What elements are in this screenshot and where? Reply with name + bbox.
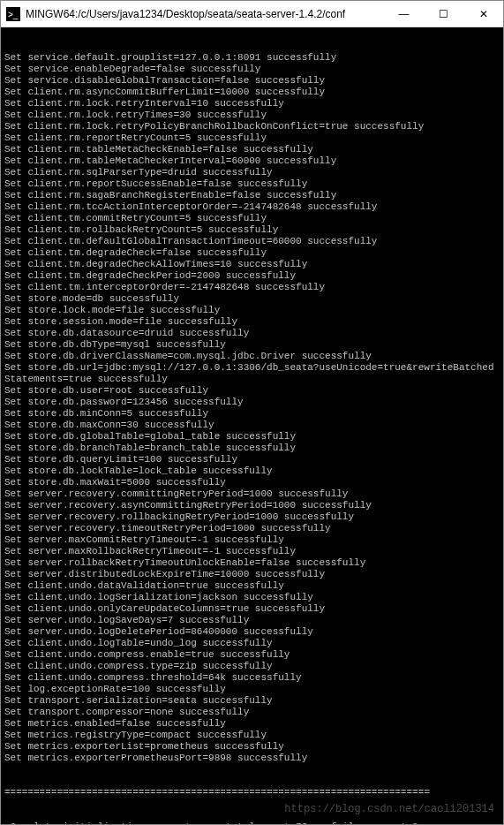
output-line: Set client.rm.tableMetaCheckEnable=false… [4, 144, 500, 155]
separator-line: ========================================… [4, 787, 500, 799]
minimize-button[interactable]: — [384, 1, 424, 27]
output-line: Set server.recovery.asynCommittingRetryP… [4, 500, 500, 511]
output-line: Set client.rm.lock.retryInterval=10 succ… [4, 98, 500, 110]
output-line: Set store.db.maxConn=30 successfully [4, 420, 500, 431]
summary-line: Complete initialization parameters, tota… [4, 821, 500, 824]
output-line: Set store.db.minConn=5 successfully [4, 408, 500, 420]
output-line: Set client.rm.tccActionInterceptorOrder=… [4, 201, 500, 213]
output-line: Set client.undo.logTable=undo_log succes… [4, 638, 500, 649]
output-line: Set server.undo.logDeletePeriod=86400000… [4, 626, 500, 638]
output-line: Set store.db.globalTable=global_table su… [4, 431, 500, 443]
output-line: Set client.undo.compress.enable=true suc… [4, 649, 500, 661]
maximize-button[interactable]: ☐ [424, 1, 463, 27]
output-line: Set store.db.url=jdbc:mysql://127.0.0.1:… [4, 362, 500, 385]
output-line: Set store.lock.mode=file successfully [4, 305, 500, 316]
output-line: Set store.db.queryLimit=100 successfully [4, 454, 500, 465]
terminal-output[interactable]: Set service.default.grouplist=127.0.0.1:… [1, 27, 503, 824]
output-line: Set transport.compressor=none successful… [4, 707, 500, 718]
terminal-window: >_ MINGW64:/c/Users/java1234/Desktop/sea… [0, 0, 504, 825]
output-line: Set client.tm.degradeCheckPeriod=2000 su… [4, 270, 500, 282]
output-line: Set service.default.grouplist=127.0.0.1:… [4, 52, 500, 64]
output-line: Set server.rollbackRetryTimeoutUnlockEna… [4, 557, 500, 569]
output-line: Set metrics.exporterList=prometheus succ… [4, 741, 500, 753]
output-line: Set client.undo.compress.type=zip succes… [4, 661, 500, 672]
output-line: Set client.rm.sqlParserType=druid succes… [4, 167, 500, 178]
output-line: Set store.session.mode=file successfully [4, 316, 500, 328]
output-line: Set client.undo.onlyCareUpdateColumns=tr… [4, 603, 500, 615]
output-line: Set client.undo.compress.threshold=64k s… [4, 672, 500, 684]
output-line: Set store.db.maxWait=5000 successfully [4, 477, 500, 488]
window-controls: — ☐ ✕ [384, 1, 503, 27]
output-line: Set store.db.dbType=mysql successfully [4, 339, 500, 351]
output-line: Set store.db.driverClassName=com.mysql.j… [4, 351, 500, 362]
output-line: Set store.mode=db successfully [4, 293, 500, 305]
output-line: Set metrics.exporterPrometheusPort=9898 … [4, 753, 500, 764]
output-line: Set client.rm.tableMetaCheckerInterval=6… [4, 155, 500, 167]
output-line: Set store.db.lockTable=lock_table succes… [4, 465, 500, 477]
output-line: Set client.undo.logSerialization=jackson… [4, 592, 500, 603]
output-line: Set store.db.user=root successfully [4, 385, 500, 397]
output-lines: Set service.default.grouplist=127.0.0.1:… [4, 52, 500, 764]
output-line: Set store.db.password=123456 successfull… [4, 397, 500, 408]
output-line: Set client.tm.degradeCheck=false success… [4, 247, 500, 259]
watermark: https://blog.csdn.net/caoli201314 [284, 804, 494, 815]
output-line: Set client.tm.defaultGlobalTransactionTi… [4, 236, 500, 247]
output-line: Set store.db.branchTable=branch_table su… [4, 443, 500, 454]
titlebar[interactable]: >_ MINGW64:/c/Users/java1234/Desktop/sea… [1, 1, 503, 27]
output-line: Set server.maxRollbackRetryTimeout=-1 su… [4, 546, 500, 557]
window-title: MINGW64:/c/Users/java1234/Desktop/seata/… [26, 8, 384, 20]
output-line: Set client.tm.interceptorOrder=-21474826… [4, 282, 500, 293]
output-line: Set client.rm.reportRetryCount=5 success… [4, 132, 500, 144]
output-line: Set client.rm.sagaBranchRegisterEnable=f… [4, 190, 500, 201]
output-line: Set server.recovery.rollbackingRetryPeri… [4, 511, 500, 523]
output-line: Set store.db.datasource=druid successful… [4, 328, 500, 339]
output-line: Set service.disableGlobalTransaction=fal… [4, 75, 500, 87]
output-line: Set client.rm.reportSuccessEnable=false … [4, 178, 500, 190]
output-line: Set metrics.registryType=compact success… [4, 730, 500, 741]
output-line: Set server.distributedLockExpireTime=100… [4, 569, 500, 580]
output-line: Set client.tm.rollbackRetryCount=5 succe… [4, 224, 500, 236]
output-line: Set metrics.enabled=false successfully [4, 718, 500, 730]
output-line: Set server.recovery.timeoutRetryPeriod=1… [4, 523, 500, 534]
output-line: Set server.recovery.committingRetryPerio… [4, 488, 500, 500]
output-line: Set server.maxCommitRetryTimeout=-1 succ… [4, 534, 500, 546]
app-icon: >_ [6, 7, 20, 21]
output-line: Set log.exceptionRate=100 successfully [4, 684, 500, 695]
close-button[interactable]: ✕ [463, 1, 503, 27]
output-line: Set service.enableDegrade=false successf… [4, 64, 500, 75]
output-line: Set client.tm.degradeCheckAllowTimes=10 … [4, 259, 500, 270]
svg-text:>_: >_ [8, 10, 19, 19]
output-line: Set client.rm.lock.retryPolicyBranchRoll… [4, 121, 500, 132]
output-line: Set client.undo.dataValidation=true succ… [4, 580, 500, 592]
output-line: Set server.undo.logSaveDays=7 successful… [4, 615, 500, 626]
output-line: Set client.tm.commitRetryCount=5 success… [4, 213, 500, 224]
output-line: Set client.rm.asyncCommitBufferLimit=100… [4, 87, 500, 98]
output-line: Set transport.serialization=seata succes… [4, 695, 500, 707]
output-line: Set client.rm.lock.retryTimes=30 success… [4, 110, 500, 121]
